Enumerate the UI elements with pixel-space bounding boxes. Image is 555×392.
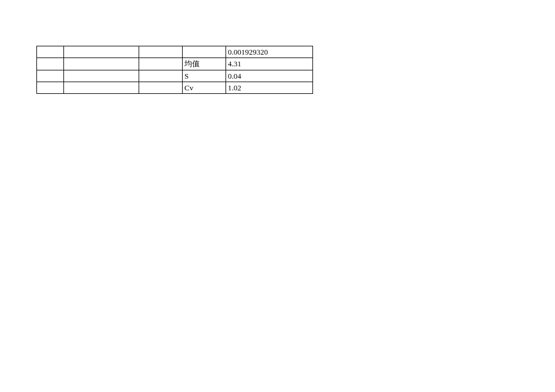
- cell-blank: [139, 82, 183, 94]
- table-row: 0.001929320: [37, 46, 313, 58]
- cell-label-mean: 均值: [183, 58, 226, 70]
- document-page: 0.001929320 均值 4.31 S 0.04 Cv 1.02: [0, 0, 555, 392]
- stats-table: 0.001929320 均值 4.31 S 0.04 Cv 1.02: [36, 46, 313, 94]
- cell-blank: [37, 70, 64, 82]
- cell-value-cv: 1.02: [226, 82, 313, 94]
- cell-blank: [37, 82, 64, 94]
- cell-blank: [37, 46, 64, 58]
- cell-label: [183, 46, 226, 58]
- table-row: 均值 4.31: [37, 58, 313, 70]
- cell-value-s: 0.04: [226, 70, 313, 82]
- cell-blank: [139, 58, 183, 70]
- cell-blank: [64, 58, 139, 70]
- cell-blank: [64, 46, 139, 58]
- cell-label-cv: Cv: [183, 82, 226, 94]
- cell-blank: [64, 70, 139, 82]
- cell-value: 0.001929320: [226, 46, 313, 58]
- table-row: S 0.04: [37, 70, 313, 82]
- cell-blank: [64, 82, 139, 94]
- cell-blank: [139, 70, 183, 82]
- cell-blank: [37, 58, 64, 70]
- cell-label-s: S: [183, 70, 226, 82]
- cell-value-mean: 4.31: [226, 58, 313, 70]
- table-row: Cv 1.02: [37, 82, 313, 94]
- cell-blank: [139, 46, 183, 58]
